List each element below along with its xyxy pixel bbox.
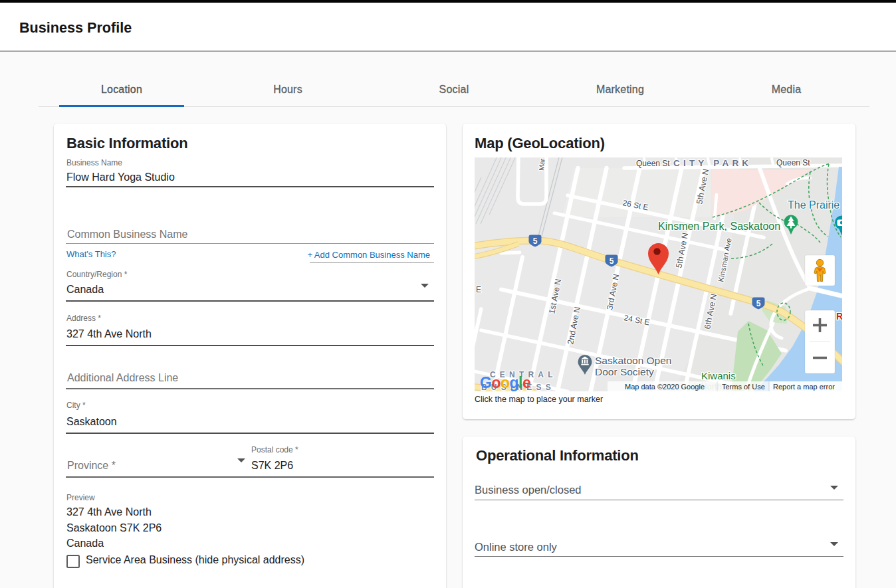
svg-text:Google: Google xyxy=(480,374,530,391)
svg-text:R: R xyxy=(836,311,842,322)
svg-text:Door Society: Door Society xyxy=(595,366,654,377)
svg-text:Report a map error: Report a map error xyxy=(773,383,835,391)
svg-text:E: E xyxy=(476,285,481,294)
svg-text:Terms of Use: Terms of Use xyxy=(722,383,765,391)
svg-text:5: 5 xyxy=(533,237,538,246)
svg-text:Mar: Mar xyxy=(537,158,546,171)
svg-text:CITY PARK: CITY PARK xyxy=(673,158,752,168)
svg-text:Saskatoon Open: Saskatoon Open xyxy=(595,355,671,366)
svg-text:Kiwanis: Kiwanis xyxy=(701,370,736,381)
svg-text:Queen St: Queen St xyxy=(776,158,810,167)
svg-text:The Prairie: The Prairie xyxy=(788,199,840,211)
svg-text:5: 5 xyxy=(610,256,614,266)
svg-text:5: 5 xyxy=(756,299,761,308)
svg-text:Kinsmen Park, Saskatoon: Kinsmen Park, Saskatoon xyxy=(658,221,780,232)
svg-text:Queen St: Queen St xyxy=(636,159,670,168)
svg-text:Map data ©2020 Google: Map data ©2020 Google xyxy=(625,383,705,391)
